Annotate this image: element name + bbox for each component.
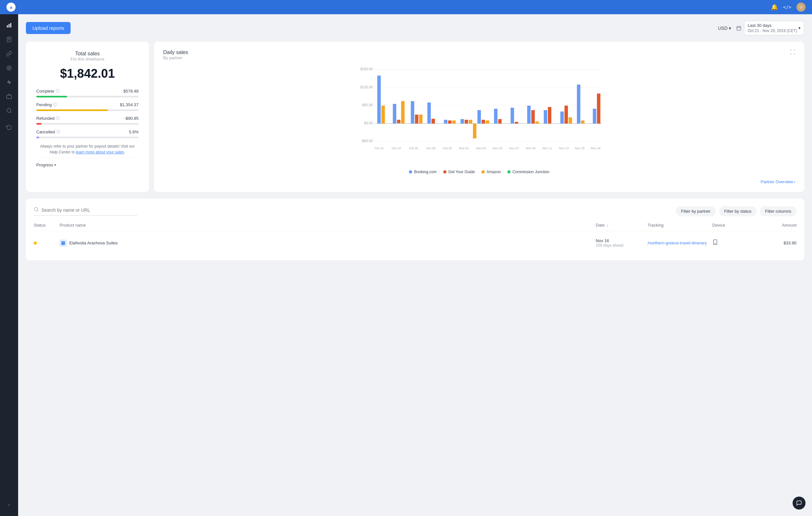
progress-chevron-icon: ▾: [54, 163, 56, 167]
svg-text:Nov 07: Nov 07: [509, 146, 519, 150]
date-preset-label: Last 30 days: [748, 23, 797, 28]
legend-label-booking: Booking.com: [414, 170, 436, 174]
chat-bubble[interactable]: [792, 496, 806, 510]
product-name: Elafivolia Arachova Suites: [69, 240, 118, 246]
legend-item-booking: Booking.com: [409, 170, 436, 174]
expand-chart-icon[interactable]: ⛶: [790, 50, 795, 55]
cancelled-info-icon[interactable]: ⓘ: [56, 129, 60, 135]
legend-dot-booking: [409, 170, 412, 173]
legend-label-cj: Commission Junction: [513, 170, 549, 174]
sidebar-item-refresh[interactable]: [3, 122, 15, 133]
legend-item-guide: Get Your Guide: [443, 170, 475, 174]
refunded-progress-bar: [36, 123, 139, 125]
partner-overview-link[interactable]: Partner Overview ›: [760, 179, 795, 184]
cancelled-label: Cancelled ⓘ: [36, 129, 60, 135]
svg-point-48: [715, 243, 716, 244]
bar-booking-nov13: [560, 111, 564, 123]
pending-label: Pending ⓘ: [36, 102, 57, 108]
svg-point-42: [34, 207, 38, 211]
sidebar-item-discover[interactable]: [3, 62, 15, 74]
filter-partner-button[interactable]: Filter by partner: [676, 206, 716, 216]
refunded-info-icon[interactable]: ⓘ: [56, 116, 60, 121]
col-header-device: Device: [712, 223, 758, 228]
toolbar: Upload reports USD ▾ Last 30 days Oct 21…: [26, 21, 804, 35]
table-section: Filter by partner Filter by status Filte…: [26, 198, 804, 260]
date-range-selector[interactable]: Last 30 days Oct 21 - Nov 20, 2019 (CET)…: [744, 21, 804, 35]
bar-amazon-nov15: [581, 120, 585, 124]
pending-value: $1,354.37: [120, 102, 139, 107]
legend-dot-guide: [443, 170, 446, 173]
search-input[interactable]: [41, 207, 132, 213]
svg-text:Oct 30: Oct 30: [443, 146, 452, 150]
learn-more-link[interactable]: learn more about your sales: [76, 150, 124, 154]
bell-icon[interactable]: 🔔: [771, 4, 778, 11]
complete-metric-row: Complete ⓘ $578.48: [36, 88, 139, 94]
svg-text:Nov 09: Nov 09: [526, 146, 535, 150]
code-icon[interactable]: </>: [783, 4, 791, 10]
bar-amazon-nov09: [535, 121, 539, 123]
svg-text:$120.00: $120.00: [360, 85, 373, 89]
sidebar: [0, 14, 18, 516]
bar-booking-nov11: [544, 110, 547, 124]
upload-reports-button[interactable]: Upload reports: [26, 22, 70, 34]
row-tracking-cell: /northern-greece-travel-itinerary: [647, 240, 712, 246]
bar-guide-nov03: [482, 120, 485, 124]
app-logo[interactable]: a: [6, 3, 16, 12]
legend-label-guide: Get Your Guide: [448, 170, 475, 174]
bar-guide-oct30: [448, 120, 452, 124]
bar-guide-nov05: [498, 119, 502, 124]
refunded-progress-fill: [36, 123, 41, 125]
sidebar-item-reports[interactable]: [3, 34, 15, 45]
sidebar-item-links[interactable]: [3, 48, 15, 60]
date-range-label: Oct 21 - Nov 20, 2019 (CET): [748, 28, 797, 33]
sidebar-item-search[interactable]: [3, 105, 15, 117]
tracking-link[interactable]: /northern-greece-travel-itinerary: [647, 240, 707, 246]
pending-metric-row: Pending ⓘ $1,354.37: [36, 102, 139, 108]
bar-amazon-oct22: [381, 106, 385, 123]
currency-selector[interactable]: USD ▾: [718, 26, 731, 31]
col-header-date[interactable]: Date ↓: [596, 223, 647, 228]
bar-amazon-oct30: [452, 120, 456, 124]
bar-neg-nov01: [473, 124, 476, 139]
bar-guide-nov07: [515, 122, 518, 123]
sidebar-expand-button[interactable]: [3, 499, 15, 511]
bar-booking-oct26: [411, 101, 414, 123]
bar-guide-oct28: [432, 119, 435, 124]
bar-guide-oct26: [415, 115, 418, 124]
svg-text:Nov 01: Nov 01: [459, 146, 469, 150]
bar-booking-nov18: [593, 109, 597, 124]
pending-info-icon[interactable]: ⓘ: [53, 102, 57, 108]
svg-text:Nov 03: Nov 03: [476, 146, 486, 150]
avatar[interactable]: U: [796, 3, 806, 12]
refunded-value: -$90.85: [124, 116, 139, 121]
daily-sales-card: Daily sales By partner ⛶ $180.00 $120.00…: [154, 42, 804, 192]
daily-sales-chart: $180.00 $120.00 $60.00 $0.00 -$60.00: [163, 63, 795, 166]
currency-dropdown-icon: ▾: [729, 26, 731, 31]
sort-icon: ↓: [606, 223, 608, 227]
bar-booking-nov07: [511, 108, 514, 124]
legend-item-amazon: Amazon: [482, 170, 501, 174]
topnav-right: 🔔 </> U: [771, 3, 806, 12]
sidebar-item-analytics[interactable]: [3, 20, 15, 31]
complete-info-icon[interactable]: ⓘ: [56, 88, 60, 94]
filter-columns-button[interactable]: Filter columns: [760, 206, 796, 216]
refunded-label: Refunded ⓘ: [36, 116, 60, 121]
sidebar-item-jobs[interactable]: [3, 91, 15, 102]
svg-rect-1: [9, 24, 10, 28]
progress-section: Progress ▾: [36, 157, 139, 167]
svg-text:Oct 26: Oct 26: [409, 146, 418, 150]
svg-text:Oct 22: Oct 22: [375, 146, 384, 150]
svg-rect-0: [7, 25, 8, 28]
legend-label-amazon: Amazon: [487, 170, 501, 174]
bar-booking-nov03: [477, 110, 481, 124]
date-sub-value: 209 days ahead: [596, 243, 647, 248]
col-header-amount: Amount: [758, 223, 796, 228]
bar-guide-nov13: [564, 106, 568, 123]
filter-status-button[interactable]: Filter by status: [719, 206, 757, 216]
sidebar-item-flash[interactable]: [3, 77, 15, 88]
col-header-tracking: Tracking: [647, 223, 712, 228]
progress-label[interactable]: Progress ▾: [36, 163, 139, 167]
bar-amazon-oct24: [401, 101, 405, 123]
svg-rect-10: [7, 95, 12, 99]
calendar-icon: [736, 26, 742, 31]
